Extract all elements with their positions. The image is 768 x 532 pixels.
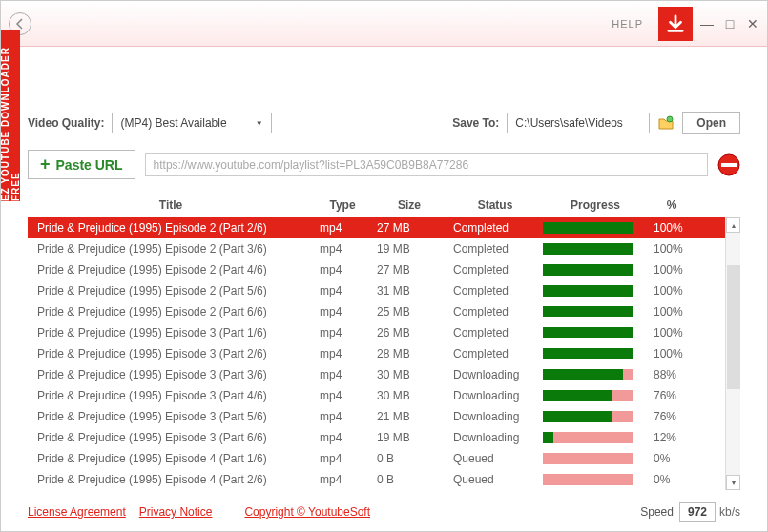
cell-status: Completed <box>447 284 543 297</box>
table-row[interactable]: Pride & Prejudice (1995) Episode 3 (Part… <box>28 343 740 364</box>
cell-size: 27 MB <box>371 263 447 276</box>
table-row[interactable]: Pride & Prejudice (1995) Episode 2 (Part… <box>28 217 740 238</box>
cell-type: mp4 <box>314 221 371 235</box>
speed-value: 972 <box>679 502 716 522</box>
video-quality-select[interactable]: (MP4) Best Available ▼ <box>112 113 271 133</box>
table-row[interactable]: Pride & Prejudice (1995) Episode 3 (Part… <box>28 322 740 343</box>
cell-size: 31 MB <box>371 284 447 297</box>
header-type: Type <box>314 198 371 212</box>
cell-title: Pride & Prejudice (1995) Episode 4 (Part… <box>28 473 314 486</box>
cell-status: Queued <box>447 452 543 465</box>
cell-progress <box>543 390 648 401</box>
table-row[interactable]: Pride & Prejudice (1995) Episode 3 (Part… <box>28 364 740 385</box>
cell-type: mp4 <box>314 347 371 360</box>
cell-pct: 0% <box>648 473 695 486</box>
footer: License Agreement Privacy Notice Copyrig… <box>28 502 740 522</box>
close-button[interactable]: ✕ <box>746 17 759 31</box>
table-row[interactable]: Pride & Prejudice (1995) Episode 2 (Part… <box>28 259 740 280</box>
table-row[interactable]: Pride & Prejudice (1995) Episode 4 (Part… <box>28 469 740 490</box>
cell-title: Pride & Prejudice (1995) Episode 3 (Part… <box>28 410 314 423</box>
cell-type: mp4 <box>314 431 371 444</box>
cell-progress <box>543 264 648 276</box>
table-row[interactable]: Pride & Prejudice (1995) Episode 2 (Part… <box>28 238 740 259</box>
save-path-input[interactable]: C:\Users\safe\Videos <box>507 113 650 133</box>
cell-title: Pride & Prejudice (1995) Episode 3 (Part… <box>28 326 314 339</box>
url-input[interactable]: https://www.youtube.com/playlist?list=PL… <box>145 153 708 176</box>
cell-size: 19 MB <box>371 431 447 444</box>
plus-icon: + <box>40 154 51 174</box>
cell-type: mp4 <box>314 389 371 402</box>
cell-status: Queued <box>447 473 543 486</box>
cell-status: Downloading <box>447 368 543 381</box>
cell-type: mp4 <box>314 305 371 318</box>
scrollbar[interactable]: ▴ ▾ <box>725 217 740 490</box>
stop-button[interactable] <box>717 153 740 176</box>
table-row[interactable]: Pride & Prejudice (1995) Episode 3 (Part… <box>28 385 740 406</box>
cell-size: 0 B <box>371 452 447 465</box>
cell-progress <box>543 327 648 338</box>
header-progress: Progress <box>543 198 648 212</box>
arrow-left-icon <box>14 18 26 30</box>
cell-size: 25 MB <box>371 305 447 318</box>
cell-status: Completed <box>447 242 543 256</box>
cell-title: Pride & Prejudice (1995) Episode 2 (Part… <box>28 221 314 235</box>
cell-status: Downloading <box>447 389 543 402</box>
cell-pct: 100% <box>648 347 695 360</box>
table-row[interactable]: Pride & Prejudice (1995) Episode 2 (Part… <box>28 301 740 322</box>
cell-title: Pride & Prejudice (1995) Episode 2 (Part… <box>28 284 314 297</box>
cell-title: Pride & Prejudice (1995) Episode 2 (Part… <box>28 305 314 318</box>
cell-size: 21 MB <box>371 410 447 423</box>
cell-progress <box>543 432 648 443</box>
download-logo <box>658 7 693 41</box>
privacy-link[interactable]: Privacy Notice <box>139 505 213 519</box>
cell-progress <box>543 285 648 297</box>
cell-size: 26 MB <box>371 326 447 339</box>
cell-type: mp4 <box>314 284 371 297</box>
cell-type: mp4 <box>314 263 371 276</box>
cell-pct: 100% <box>648 326 695 339</box>
cell-type: mp4 <box>314 242 371 256</box>
scroll-down-button[interactable]: ▾ <box>726 475 740 490</box>
table-row[interactable]: Pride & Prejudice (1995) Episode 4 (Part… <box>28 448 740 469</box>
speed-label: Speed <box>640 505 674 519</box>
cell-pct: 0% <box>648 452 695 465</box>
browse-folder-icon[interactable] <box>657 114 675 132</box>
cell-pct: 12% <box>648 431 695 444</box>
table-row[interactable]: Pride & Prejudice (1995) Episode 3 (Part… <box>28 406 740 427</box>
header-pct: % <box>648 198 695 212</box>
minimize-button[interactable]: — <box>700 17 714 31</box>
cell-type: mp4 <box>314 473 371 486</box>
cell-progress <box>543 306 648 317</box>
svg-rect-2 <box>721 163 737 167</box>
cell-type: mp4 <box>314 326 371 339</box>
table-row[interactable]: Pride & Prejudice (1995) Episode 2 (Part… <box>28 280 740 301</box>
cell-status: Downloading <box>447 410 543 423</box>
cell-title: Pride & Prejudice (1995) Episode 3 (Part… <box>28 431 314 444</box>
cell-status: Completed <box>447 263 543 276</box>
maximize-button[interactable]: □ <box>723 17 737 31</box>
paste-url-button[interactable]: + Paste URL <box>28 150 135 179</box>
cell-pct: 100% <box>648 221 695 235</box>
cell-type: mp4 <box>314 368 371 381</box>
copyright-link[interactable]: Copyright © YoutubeSoft <box>244 505 370 519</box>
help-link[interactable]: HELP <box>612 18 643 30</box>
cell-type: mp4 <box>314 410 371 423</box>
header-size: Size <box>371 198 447 212</box>
cell-progress <box>543 243 648 255</box>
cell-pct: 100% <box>648 242 695 256</box>
cell-progress <box>543 411 648 422</box>
scroll-thumb[interactable] <box>727 265 740 389</box>
cell-progress <box>543 348 648 359</box>
scroll-up-button[interactable]: ▴ <box>726 217 740 233</box>
table-row[interactable]: Pride & Prejudice (1995) Episode 3 (Part… <box>28 427 740 448</box>
cell-pct: 88% <box>648 368 695 381</box>
cell-size: 0 B <box>371 473 447 486</box>
cell-title: Pride & Prejudice (1995) Episode 3 (Part… <box>28 347 314 360</box>
cell-status: Completed <box>447 305 543 318</box>
svg-point-0 <box>667 116 673 122</box>
open-button[interactable]: Open <box>682 112 740 134</box>
cell-status: Completed <box>447 347 543 360</box>
cell-progress <box>543 369 648 380</box>
license-link[interactable]: License Agreement <box>28 505 126 519</box>
table-header: Title Type Size Status Progress % <box>28 193 740 217</box>
